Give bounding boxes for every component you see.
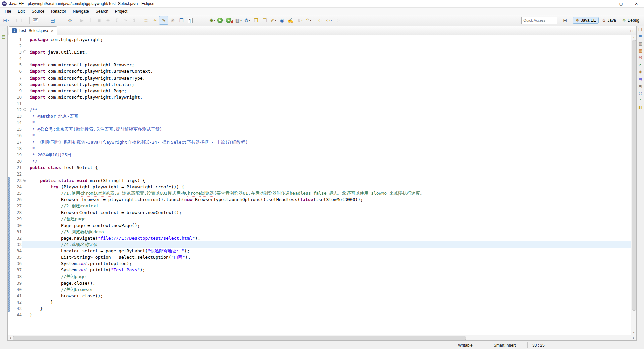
- dropdown-arrow-icon[interactable]: ▾: [275, 19, 276, 22]
- annotation-gutter[interactable]: [10, 196, 12, 203]
- debug-button[interactable]: ❉▾: [208, 16, 217, 24]
- code-line[interactable]: 12−/**: [8, 107, 631, 113]
- code-line[interactable]: 34 Locator select = page.getByLabel("快递邮…: [8, 248, 631, 254]
- close-button[interactable]: ✕: [629, 0, 644, 7]
- annotation-gutter[interactable]: [10, 267, 12, 273]
- code-line[interactable]: 8import com.microsoft.playwright.Locator…: [8, 81, 631, 88]
- progress-view-icon[interactable]: ◔: [638, 97, 643, 103]
- code-line[interactable]: 43 }: [8, 305, 631, 312]
- code-line[interactable]: 15 * @公众号:北京宏哥(微信搜索,关注宏哥,提前解锁更多测试干货): [8, 126, 631, 132]
- data-source-view-icon[interactable]: ⛁: [638, 55, 643, 60]
- fold-marker-icon[interactable]: −: [23, 179, 26, 182]
- dropdown-arrow-icon[interactable]: ▾: [8, 19, 9, 22]
- annotation-gutter[interactable]: [10, 55, 12, 62]
- menu-item-navigate[interactable]: Navigate: [69, 8, 92, 15]
- scroll-up-icon[interactable]: ▲: [631, 35, 636, 40]
- code-line[interactable]: 19 * 2024年10月25日: [8, 152, 631, 158]
- annotation-gutter[interactable]: [10, 145, 12, 152]
- annotation-gutter[interactable]: [10, 107, 12, 113]
- code-line[interactable]: 23− public static void main(String[] arg…: [8, 177, 631, 184]
- code-line[interactable]: 2: [8, 43, 631, 49]
- code-line[interactable]: 31 //3.浏览器访问demo: [8, 229, 631, 235]
- open-web-browser-button[interactable]: ◉: [278, 16, 286, 24]
- skip-all-breakpoints-button[interactable]: ⊘: [66, 16, 74, 24]
- annotation-gutter[interactable]: [10, 43, 12, 49]
- maximize-button[interactable]: ▢: [613, 0, 629, 7]
- dropdown-arrow-icon[interactable]: ▾: [223, 19, 225, 22]
- code-line[interactable]: 22: [8, 171, 631, 177]
- code-line[interactable]: 38 //关闭page: [8, 273, 631, 280]
- binary-file-button[interactable]: 010: [31, 16, 40, 24]
- code-line[interactable]: 28 BrowserContext context = browser.newC…: [8, 209, 631, 216]
- annotation-gutter[interactable]: [10, 177, 12, 184]
- dropdown-arrow-icon[interactable]: ▾: [331, 19, 332, 22]
- snippets-view-icon[interactable]: ✂: [638, 62, 643, 67]
- scroll-left-icon[interactable]: ◀: [8, 335, 13, 340]
- back-button[interactable]: ⇦▾: [325, 16, 333, 24]
- code-line[interactable]: 32 page.navigate("file:///E:/Desktop/tes…: [8, 235, 631, 241]
- annotation-gutter[interactable]: [10, 113, 12, 119]
- annotation-gutter[interactable]: [10, 94, 12, 100]
- restore-right-views-icon[interactable]: ❐: [638, 27, 643, 32]
- code-line[interactable]: 18 *: [8, 145, 631, 152]
- code-line[interactable]: 14 *: [8, 119, 631, 126]
- mark-occurrences-button[interactable]: ✎: [159, 16, 168, 25]
- annotation-gutter[interactable]: [10, 139, 12, 145]
- dropdown-arrow-icon[interactable]: ▾: [339, 19, 341, 22]
- code-line[interactable]: 44}: [8, 312, 631, 318]
- code-line[interactable]: 11: [8, 100, 631, 107]
- code-line[interactable]: 35 List<String> option = select.selectOp…: [8, 254, 631, 260]
- code-line[interactable]: 41 browser.close();: [8, 293, 631, 299]
- export-button[interactable]: ⇧▾: [304, 16, 313, 24]
- horizontal-scroll-thumb[interactable]: [13, 336, 466, 340]
- code-line[interactable]: 3−import java.util.List;: [8, 49, 631, 55]
- code-line[interactable]: 7import com.microsoft.playwright.Browser…: [8, 75, 631, 81]
- code-line[interactable]: 33 //4.选项名称定位: [8, 241, 631, 248]
- perspective-debug-button[interactable]: ❉Debug: [620, 17, 642, 24]
- tab-close-icon[interactable]: ✕: [51, 29, 53, 33]
- annotation-gutter[interactable]: [10, 248, 12, 254]
- palette-view-icon[interactable]: ◧: [638, 104, 643, 110]
- annotation-gutter[interactable]: [10, 235, 12, 241]
- console-view-icon[interactable]: ▣: [638, 83, 643, 89]
- annotation-gutter[interactable]: [10, 62, 12, 68]
- annotation-gutter[interactable]: [10, 273, 12, 280]
- code-line[interactable]: 1package com.bjhg.playwright;: [8, 36, 631, 43]
- run-button[interactable]: ▶▾: [217, 16, 225, 24]
- annotation-gutter[interactable]: [10, 260, 12, 267]
- code-line[interactable]: 25 //1.使用chromium浏览器,# 浏览器配置,设置以GUI模式启动C…: [8, 190, 631, 196]
- annotation-gutter[interactable]: [10, 152, 12, 158]
- code-line[interactable]: 29 //创建page: [8, 216, 631, 222]
- coverage-button[interactable]: ▶▾: [225, 16, 234, 24]
- last-edit-location-button[interactable]: ⇦: [316, 16, 325, 24]
- annotation-gutter[interactable]: [10, 293, 12, 299]
- annotation-gutter[interactable]: [10, 81, 12, 88]
- code-editor[interactable]: 1package com.bjhg.playwright;23−import j…: [8, 35, 631, 335]
- properties-view-icon[interactable]: ▤: [638, 76, 643, 82]
- open-archive-folder-button[interactable]: ❐: [260, 16, 269, 24]
- menu-item-edit[interactable]: Edit: [14, 8, 28, 15]
- code-line[interactable]: 30 Page page = context.newPage();: [8, 222, 631, 229]
- code-line[interactable]: 39 page.close();: [8, 280, 631, 286]
- annotation-gutter[interactable]: [10, 164, 12, 171]
- new-server-button[interactable]: ▥▾: [234, 16, 243, 24]
- show-source-of-selected-element-button[interactable]: ≣: [142, 16, 150, 24]
- code-line[interactable]: 5import com.microsoft.playwright.Browser…: [8, 62, 631, 68]
- annotation-gutter[interactable]: [10, 119, 12, 126]
- externalize-strings-button[interactable]: ✑: [150, 16, 159, 24]
- markers-view-icon[interactable]: ◈: [638, 69, 643, 74]
- perspective-java-button[interactable]: ♨Java: [599, 17, 619, 24]
- menu-item-file[interactable]: File: [1, 8, 14, 15]
- annotation-gutter[interactable]: [10, 222, 12, 229]
- report-wizard-button[interactable]: ✍: [286, 16, 295, 24]
- dropdown-arrow-icon[interactable]: ▾: [214, 19, 215, 22]
- code-line[interactable]: 26 Browser browser = playwright.chromium…: [8, 196, 631, 203]
- annotation-gutter[interactable]: [10, 286, 12, 293]
- annotation-gutter[interactable]: [10, 126, 12, 132]
- annotation-gutter[interactable]: [10, 75, 12, 81]
- snippets-button[interactable]: ✳: [168, 16, 177, 24]
- menu-item-refactor[interactable]: Refactor: [48, 8, 69, 15]
- annotation-gutter[interactable]: [10, 203, 12, 209]
- code-line[interactable]: 36 System.out.println(option);: [8, 260, 631, 267]
- editor-tab[interactable]: J Test_Select.java ✕: [9, 26, 57, 35]
